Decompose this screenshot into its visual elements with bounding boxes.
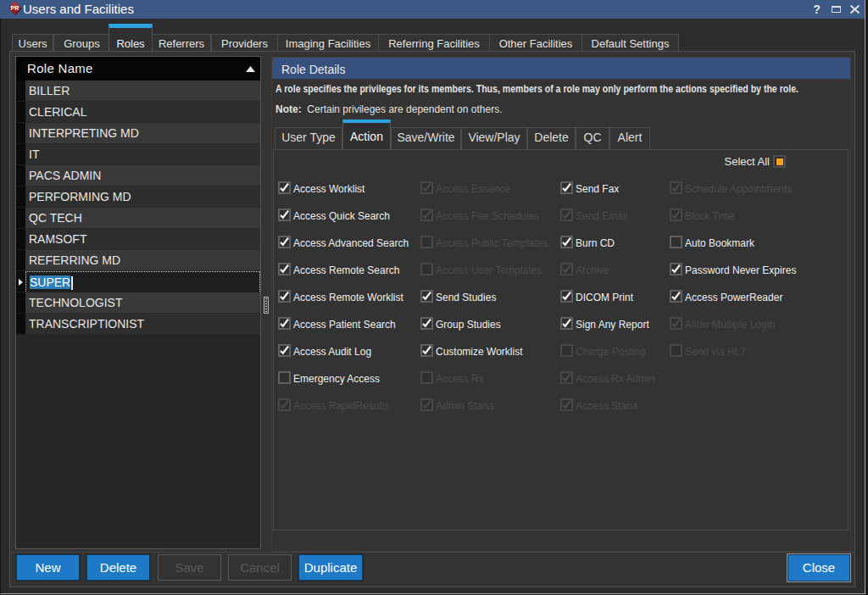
svg-text:PR: PR [11,5,19,11]
